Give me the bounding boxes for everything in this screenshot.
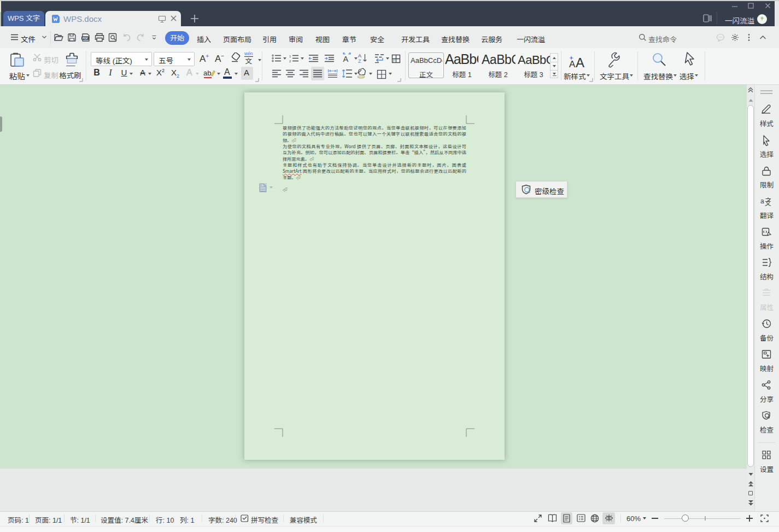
svg-text:文: 文 [765, 198, 771, 207]
svg-text:A: A [358, 53, 361, 59]
svg-text:Z: Z [358, 59, 361, 63]
svg-text:2: 2 [289, 60, 291, 63]
svg-text:A: A [569, 59, 576, 69]
svg-text:A: A [576, 55, 584, 69]
svg-text:PDF: PDF [83, 37, 88, 40]
svg-text:1: 1 [289, 55, 291, 58]
svg-text:a: a [760, 197, 764, 205]
svg-text:A: A [343, 55, 349, 63]
svg-text:F: F [393, 59, 396, 63]
svg-text:ab: ab [203, 69, 211, 77]
